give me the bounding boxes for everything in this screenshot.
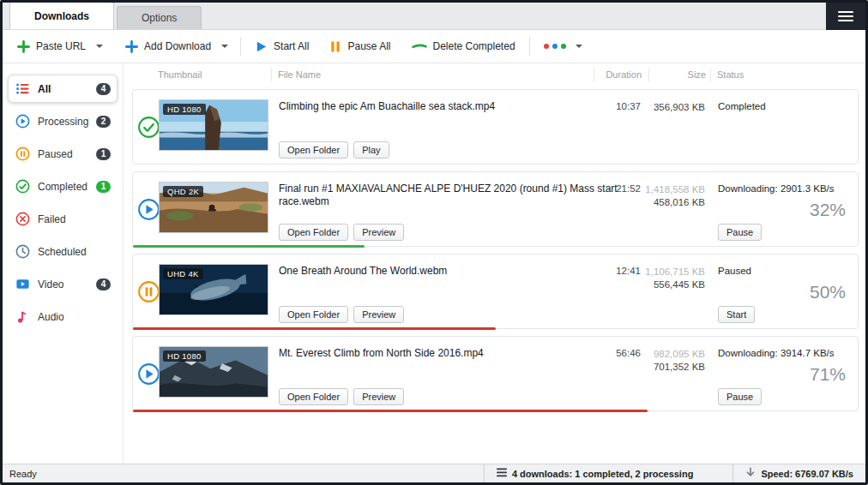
size-total: 1,418,558 KB: [645, 183, 705, 196]
delete-completed-button[interactable]: Delete Completed: [406, 35, 521, 57]
quality-badge: UHD 4K: [163, 268, 203, 279]
tab-options[interactable]: Options: [117, 6, 202, 29]
speed-indicator: Speed: 6769.07 KB/s: [732, 464, 865, 482]
start-download-button[interactable]: Start: [718, 306, 755, 323]
header-file-name: File Name: [278, 69, 321, 80]
clock-icon: [15, 244, 30, 259]
size-value: 356,903 KB: [654, 101, 705, 114]
paste-url-button[interactable]: Paste URL: [11, 35, 92, 58]
status-text: Paused: [718, 266, 751, 276]
pause-icon: [329, 40, 341, 53]
preview-button[interactable]: Preview: [353, 306, 404, 323]
download-row[interactable]: HD 1080 Mt. Everest Climb from North Sid…: [132, 336, 859, 411]
size-value: 1,418,558 KB 458,016 KB: [645, 183, 705, 209]
tab-downloads[interactable]: Downloads: [9, 2, 114, 29]
count-badge: 2: [96, 116, 111, 128]
check-circle-icon: [15, 179, 30, 194]
duration-value: 56:46: [616, 348, 641, 358]
down-arrow-icon: [745, 467, 756, 480]
open-folder-button[interactable]: Open Folder: [279, 306, 348, 323]
status-bar: Ready 4 downloads: 1 completed, 2 proces…: [3, 464, 865, 482]
sidebar-item-scheduled[interactable]: Scheduled: [8, 237, 118, 266]
video-thumbnail: UHD 4K: [159, 264, 268, 315]
sidebar-item-label: Failed: [38, 213, 66, 225]
preview-button[interactable]: Preview: [353, 388, 404, 405]
tab-downloads-label: Downloads: [34, 10, 89, 22]
pause-download-button[interactable]: Pause: [718, 224, 762, 241]
hamburger-icon: [838, 9, 853, 24]
header-thumbnail: Thumbnail: [158, 69, 202, 80]
sidebar-item-label: All: [38, 83, 51, 95]
sidebar-item-video[interactable]: Video 4: [8, 270, 118, 298]
app-window: Downloads Options Paste URL Add Download: [0, 0, 868, 485]
more-menu-button[interactable]: [538, 39, 588, 54]
file-name: One Breath Around The World.webm: [279, 265, 447, 278]
download-row[interactable]: QHD 2K Final run #1 MAXIAVALANCHE ALPE D…: [132, 171, 859, 247]
file-name: Climbing the epic Am Buachaille sea stac…: [279, 100, 495, 113]
duration-value: 10:37: [616, 101, 641, 111]
file-name: Final run #1 MAXIAVALANCHE ALPE D'HUEZ 2…: [279, 183, 626, 208]
paste-url-dropdown[interactable]: [92, 39, 107, 53]
menu-button[interactable]: [826, 3, 865, 30]
sidebar-item-completed[interactable]: Completed 1: [8, 172, 118, 201]
plus-icon-green: [17, 40, 30, 53]
tab-bar: Downloads Options: [3, 3, 865, 30]
size-total: 1,106,715 KB: [645, 266, 705, 278]
progress-percent: 71%: [810, 364, 846, 385]
table-header: Thumbnail File Name Duration Size Status: [124, 63, 865, 86]
sidebar-item-processing[interactable]: Processing 2: [8, 107, 118, 135]
header-duration: Duration: [606, 69, 642, 80]
sidebar-item-paused[interactable]: Paused 1: [8, 140, 118, 168]
music-note-icon: [15, 309, 30, 324]
status-text: Downloading: 3914.7 KB/s: [718, 348, 835, 358]
quality-badge: HD 1080: [163, 104, 206, 115]
preview-button[interactable]: Preview: [353, 224, 404, 241]
open-folder-button[interactable]: Open Folder: [279, 224, 348, 241]
status-ready: Ready: [9, 469, 484, 479]
add-download-label: Add Download: [144, 40, 211, 52]
downloads-summary: 4 downloads: 1 completed, 2 processing: [484, 464, 733, 482]
downloads-summary-text: 4 downloads: 1 completed, 2 processing: [512, 469, 694, 479]
start-all-button[interactable]: Start All: [249, 35, 315, 58]
speed-text: Speed: 6769.07 KB/s: [761, 469, 853, 479]
toolbar-separator: [240, 37, 241, 56]
sidebar-item-label: Audio: [38, 311, 64, 323]
list-icon: [15, 81, 30, 96]
tab-options-label: Options: [142, 12, 177, 24]
sidebar-item-all[interactable]: All 4: [8, 75, 118, 103]
play-icon: [255, 40, 268, 53]
count-badge: 1: [96, 181, 111, 193]
pause-download-button[interactable]: Pause: [718, 388, 762, 405]
sidebar-item-failed[interactable]: Failed: [8, 205, 118, 233]
paste-url-label: Paste URL: [36, 40, 86, 52]
progress-percent: 32%: [810, 200, 846, 220]
video-icon: [15, 277, 30, 291]
download-row[interactable]: UHD 4K One Breath Around The World.webm …: [132, 254, 859, 329]
file-name: Mt. Everest Climb from North Side 2016.m…: [279, 347, 484, 360]
download-row[interactable]: HD 1080 Climbing the epic Am Buachaille …: [132, 89, 859, 165]
downloads-list: Thumbnail File Name Duration Size Status: [124, 63, 865, 464]
minus-icon: [412, 42, 427, 51]
add-download-button[interactable]: Add Download: [119, 35, 217, 58]
sidebar-item-label: Completed: [38, 181, 87, 193]
size-downloaded: 556,445 KB: [645, 278, 705, 291]
play-button[interactable]: Play: [353, 141, 389, 159]
delete-completed-label: Delete Completed: [433, 40, 515, 52]
add-download-dropdown[interactable]: [217, 39, 232, 53]
pause-all-label: Pause All: [347, 40, 390, 52]
count-badge: 1: [96, 148, 111, 160]
quality-badge: QHD 2K: [163, 186, 203, 197]
pause-all-button[interactable]: Pause All: [323, 35, 396, 58]
count-badge: 4: [96, 83, 111, 95]
open-folder-button[interactable]: Open Folder: [279, 141, 348, 159]
header-separator: [594, 68, 594, 81]
play-circle-icon: [15, 114, 30, 129]
play-circle-icon: [137, 362, 160, 386]
video-thumbnail: HD 1080: [159, 99, 268, 151]
sidebar-item-audio[interactable]: Audio: [8, 302, 118, 331]
size-downloaded: 356,903 KB: [654, 101, 705, 114]
progress-bar: [133, 327, 496, 330]
open-folder-button[interactable]: Open Folder: [279, 388, 348, 405]
progress-bar: [133, 410, 648, 412]
chevron-down-icon: [96, 45, 103, 48]
